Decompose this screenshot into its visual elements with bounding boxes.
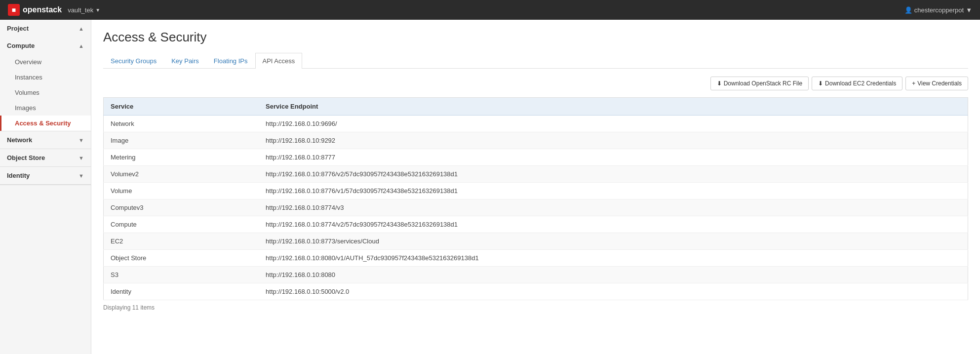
col-service: Service (104, 98, 259, 116)
table-row: Object Storehttp://192.168.0.10:8080/v1/… (104, 250, 968, 267)
tab-security-groups[interactable]: Security Groups (103, 53, 164, 69)
table-header-row: Service Service Endpoint (104, 98, 968, 116)
project-dropdown[interactable]: vault_tek ▼ (68, 6, 100, 14)
layout: Project ▲ Compute ▲ Overview Instances V… (0, 20, 980, 354)
cell-service: Identity (104, 283, 259, 300)
cell-endpoint: http://192.168.0.10:8776/v2/57dc930957f2… (259, 166, 968, 183)
sidebar-section-project-header[interactable]: Project ▲ (0, 20, 91, 37)
cell-endpoint: http://192.168.0.10:5000/v2.0 (259, 283, 968, 300)
tab-api-access[interactable]: API Access (255, 53, 303, 69)
download-rc-button[interactable]: ⬇ Download OpenStack RC File (710, 77, 809, 90)
cell-endpoint: http://192.168.0.10:8774/v2/57dc930957f2… (259, 216, 968, 233)
cell-service: EC2 (104, 233, 259, 250)
api-access-table: Service Service Endpoint Networkhttp://1… (103, 97, 968, 300)
sidebar-subsection-network-caret: ▼ (78, 137, 84, 143)
cell-endpoint: http://192.168.0.10:8080/v1/AUTH_57dc930… (259, 250, 968, 267)
sidebar-subsection-network-header[interactable]: Network ▼ (0, 131, 91, 149)
top-nav-left: ■ openstack vault_tek ▼ (8, 4, 100, 16)
sidebar-subsection-identity-caret: ▼ (78, 173, 84, 179)
page-title: Access & Security (103, 30, 968, 45)
download-ec2-button[interactable]: ⬇ Download EC2 Credentials (812, 77, 902, 90)
sidebar-subsection-compute-caret: ▲ (78, 43, 84, 49)
table-row: Computehttp://192.168.0.10:8774/v2/57dc9… (104, 216, 968, 233)
table-row: Identityhttp://192.168.0.10:5000/v2.0 (104, 283, 968, 300)
top-nav: ■ openstack vault_tek ▼ 👤 chestercopperp… (0, 0, 980, 20)
download-ec2-icon: ⬇ (818, 80, 823, 87)
cell-service: Volume (104, 183, 259, 199)
sidebar-subsection-object-store-label: Object Store (7, 154, 45, 161)
download-ec2-label: Download EC2 Credentials (825, 80, 896, 87)
openstack-logo-text: openstack (23, 5, 62, 14)
sidebar-item-instances[interactable]: Instances (0, 70, 91, 85)
view-credentials-label: View Credentials (917, 80, 962, 87)
sidebar: Project ▲ Compute ▲ Overview Instances V… (0, 20, 91, 354)
sidebar-item-images[interactable]: Images (0, 100, 91, 116)
table-row: EC2http://192.168.0.10:8773/services/Clo… (104, 233, 968, 250)
sidebar-subsection-identity: Identity ▼ (0, 167, 91, 185)
table-footer-text: Displaying 11 items (103, 304, 155, 311)
cell-endpoint: http://192.168.0.10:8080 (259, 267, 968, 283)
sidebar-item-access-security[interactable]: Access & Security (0, 116, 91, 131)
user-icon: 👤 (904, 6, 912, 14)
table-row: Networkhttp://192.168.0.10:9696/ (104, 116, 968, 132)
col-endpoint: Service Endpoint (259, 98, 968, 116)
cell-endpoint: http://192.168.0.10:8773/services/Cloud (259, 233, 968, 250)
sidebar-subsection-identity-header[interactable]: Identity ▼ (0, 167, 91, 184)
sidebar-section-project: Project ▲ Compute ▲ Overview Instances V… (0, 20, 91, 185)
cell-endpoint: http://192.168.0.10:8776/v1/57dc930957f2… (259, 183, 968, 199)
sidebar-section-project-caret: ▲ (78, 26, 84, 32)
project-name: vault_tek (68, 6, 93, 14)
user-dropdown-caret: ▼ (966, 6, 972, 14)
cell-service: Network (104, 116, 259, 132)
table-row: Imagehttp://192.168.0.10:9292 (104, 132, 968, 149)
main-content: Access & Security Security Groups Key Pa… (91, 20, 980, 354)
cell-service: Compute (104, 216, 259, 233)
download-rc-icon: ⬇ (717, 80, 722, 87)
sidebar-subsection-compute-label: Compute (7, 42, 35, 49)
sidebar-subsection-object-store-header[interactable]: Object Store ▼ (0, 149, 91, 166)
download-rc-label: Download OpenStack RC File (724, 80, 802, 87)
cell-endpoint: http://192.168.0.10:9696/ (259, 116, 968, 132)
openstack-logo: ■ openstack (8, 4, 62, 16)
project-dropdown-caret: ▼ (95, 7, 100, 13)
view-credentials-button[interactable]: + View Credentials (905, 77, 968, 90)
cell-service: Object Store (104, 250, 259, 267)
sidebar-subsection-network: Network ▼ (0, 131, 91, 149)
sidebar-section-project-label: Project (7, 25, 29, 32)
cell-endpoint: http://192.168.0.10:8774/v3 (259, 199, 968, 216)
sidebar-item-volumes[interactable]: Volumes (0, 85, 91, 100)
cell-service: Image (104, 132, 259, 149)
sidebar-subsection-network-label: Network (7, 136, 32, 144)
cell-endpoint: http://192.168.0.10:8777 (259, 149, 968, 166)
table-row: Computev3http://192.168.0.10:8774/v3 (104, 199, 968, 216)
tab-floating-ips[interactable]: Floating IPs (206, 53, 255, 69)
user-dropdown[interactable]: 👤 chestercopperpot ▼ (904, 6, 972, 14)
view-credentials-icon: + (912, 80, 915, 87)
sidebar-subsection-compute-header[interactable]: Compute ▲ (0, 37, 91, 54)
cell-service: Computev3 (104, 199, 259, 216)
table-footer: Displaying 11 items (103, 300, 968, 315)
openstack-icon: ■ (8, 4, 20, 16)
sidebar-subsection-object-store: Object Store ▼ (0, 149, 91, 167)
tab-key-pairs[interactable]: Key Pairs (164, 53, 206, 69)
sidebar-subsection-object-store-caret: ▼ (78, 155, 84, 161)
cell-service: Metering (104, 149, 259, 166)
table-row: Volumehttp://192.168.0.10:8776/v1/57dc93… (104, 183, 968, 199)
cell-endpoint: http://192.168.0.10:9292 (259, 132, 968, 149)
table-row: Volumev2http://192.168.0.10:8776/v2/57dc… (104, 166, 968, 183)
table-row: Meteringhttp://192.168.0.10:8777 (104, 149, 968, 166)
sidebar-subsection-identity-label: Identity (7, 172, 30, 179)
user-name: chestercopperpot (914, 6, 964, 14)
table-row: S3http://192.168.0.10:8080 (104, 267, 968, 283)
sidebar-subsection-compute: Compute ▲ Overview Instances Volumes Ima… (0, 37, 91, 131)
cell-service: S3 (104, 267, 259, 283)
tabs: Security Groups Key Pairs Floating IPs A… (103, 53, 968, 69)
action-bar: ⬇ Download OpenStack RC File ⬇ Download … (103, 77, 968, 90)
cell-service: Volumev2 (104, 166, 259, 183)
sidebar-item-overview[interactable]: Overview (0, 54, 91, 70)
